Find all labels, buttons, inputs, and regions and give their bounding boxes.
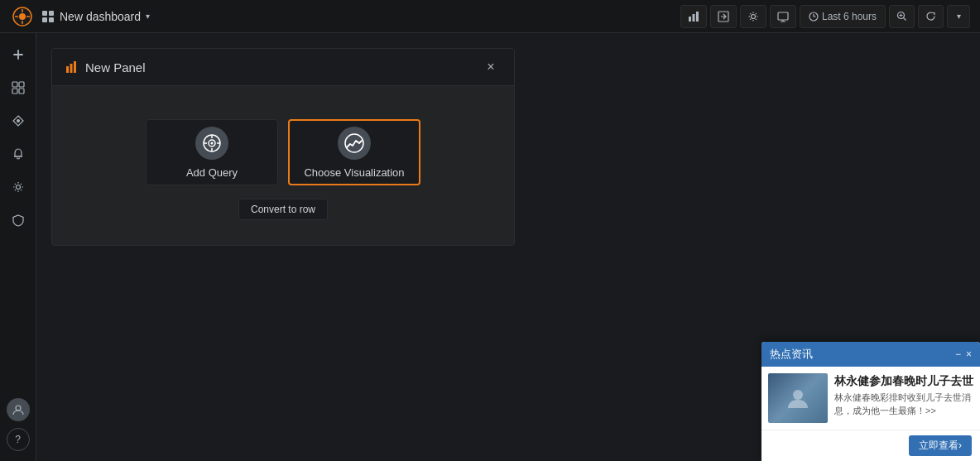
svg-rect-6 <box>689 17 691 22</box>
svg-point-10 <box>751 14 755 18</box>
panel-dialog-title-area: New Panel <box>65 60 146 74</box>
dashboard-title-area[interactable]: New dashboard ▾ <box>41 10 150 23</box>
ad-thumbnail <box>768 373 828 423</box>
svg-rect-7 <box>692 14 694 22</box>
panel-dialog-title: New Panel <box>85 60 146 74</box>
ad-content: 林永健参加春晚时儿子去世 林永健春晚彩排时收到儿子去世消息，成为他一生最痛！>> <box>761 367 980 430</box>
main-content: ? New Panel × <box>0 33 980 461</box>
svg-point-26 <box>211 142 214 144</box>
add-query-icon <box>195 127 228 160</box>
ad-header-title: 热点资讯 <box>770 347 813 362</box>
refresh-button[interactable] <box>918 5 944 28</box>
chart-panel-button[interactable] <box>680 5 707 28</box>
dropdown-arrow-icon: ▾ <box>146 12 150 21</box>
dashboard-title: New dashboard <box>60 10 141 23</box>
sidebar: ? <box>0 33 36 461</box>
sidebar-item-shield[interactable] <box>3 205 33 235</box>
header: New dashboard ▾ <box>0 0 980 33</box>
sidebar-item-explore[interactable] <box>3 106 33 136</box>
ad-close-button[interactable]: × <box>966 348 972 360</box>
ad-cta-button[interactable]: 立即查看› <box>909 435 972 456</box>
panel-options-row: Add Query Choose Visualization <box>146 119 420 185</box>
svg-rect-17 <box>19 89 24 94</box>
help-button[interactable]: ? <box>7 428 30 451</box>
svg-point-19 <box>16 185 20 190</box>
chevron-down-icon: ▾ <box>957 12 961 21</box>
dashboard-area: New Panel × <box>36 33 980 461</box>
share-button[interactable] <box>710 5 737 28</box>
sidebar-item-apps[interactable] <box>3 73 33 103</box>
ad-description: 林永健春晚彩排时收到儿子去世消息，成为他一生最痛！>> <box>834 391 973 417</box>
svg-rect-15 <box>19 82 24 87</box>
sidebar-item-settings[interactable] <box>3 172 33 202</box>
panel-dialog-body: Add Query Choose Visualization Conver <box>52 86 514 245</box>
svg-rect-22 <box>70 64 73 73</box>
svg-rect-8 <box>696 12 699 22</box>
svg-rect-5 <box>49 17 54 22</box>
ad-footer: 立即查看› <box>761 430 980 461</box>
time-range-label: Last 6 hours <box>822 11 877 22</box>
ad-popup: 热点资讯 − × 林永健参加春晚时儿子去世 林 <box>761 342 980 461</box>
ad-text-area: 林永健参加春晚时儿子去世 林永健春晚彩排时收到儿子去世消息，成为他一生最痛！>> <box>834 373 973 423</box>
time-range-button[interactable]: Last 6 hours <box>800 5 886 28</box>
svg-rect-16 <box>12 89 17 94</box>
ad-popup-header-actions: − × <box>955 348 972 360</box>
ad-minimize-button[interactable]: − <box>955 348 961 360</box>
svg-point-20 <box>16 406 21 411</box>
search-zoom-button[interactable] <box>889 5 915 28</box>
svg-rect-4 <box>42 17 47 22</box>
sidebar-bottom: ? <box>7 398 30 454</box>
ad-thumbnail-image <box>768 373 828 423</box>
svg-rect-23 <box>74 61 76 73</box>
dashboard-grid-icon <box>41 10 55 23</box>
grafana-logo[interactable] <box>10 4 35 29</box>
svg-rect-11 <box>778 12 788 20</box>
svg-rect-3 <box>49 11 54 16</box>
svg-point-1 <box>19 13 26 20</box>
header-right: Last 6 hours ▾ <box>680 5 970 28</box>
header-left: New dashboard ▾ <box>10 4 680 29</box>
svg-point-28 <box>793 390 803 400</box>
choose-visualization-icon <box>338 127 371 160</box>
ad-title: 林永健参加春晚时儿子去世 <box>834 373 973 388</box>
add-query-label: Add Query <box>186 166 238 179</box>
sidebar-item-add[interactable] <box>3 40 33 70</box>
svg-rect-14 <box>12 82 17 87</box>
svg-rect-21 <box>66 66 69 73</box>
sidebar-item-alerts[interactable] <box>3 139 33 169</box>
convert-to-row-button[interactable]: Convert to row <box>238 199 328 220</box>
panel-dialog-header: New Panel × <box>52 49 514 86</box>
ad-popup-header: 热点资讯 − × <box>761 342 980 367</box>
user-avatar[interactable] <box>7 398 30 421</box>
new-panel-dialog: New Panel × <box>51 48 515 246</box>
panel-close-button[interactable]: × <box>481 57 501 77</box>
choose-visualization-option[interactable]: Choose Visualization <box>288 119 420 185</box>
add-query-option[interactable]: Add Query <box>146 119 278 185</box>
more-options-button[interactable]: ▾ <box>947 5 970 28</box>
svg-point-18 <box>17 119 20 122</box>
svg-rect-2 <box>42 11 47 16</box>
screen-button[interactable] <box>770 5 796 28</box>
choose-visualization-label: Choose Visualization <box>304 166 404 179</box>
settings-button[interactable] <box>740 5 766 28</box>
